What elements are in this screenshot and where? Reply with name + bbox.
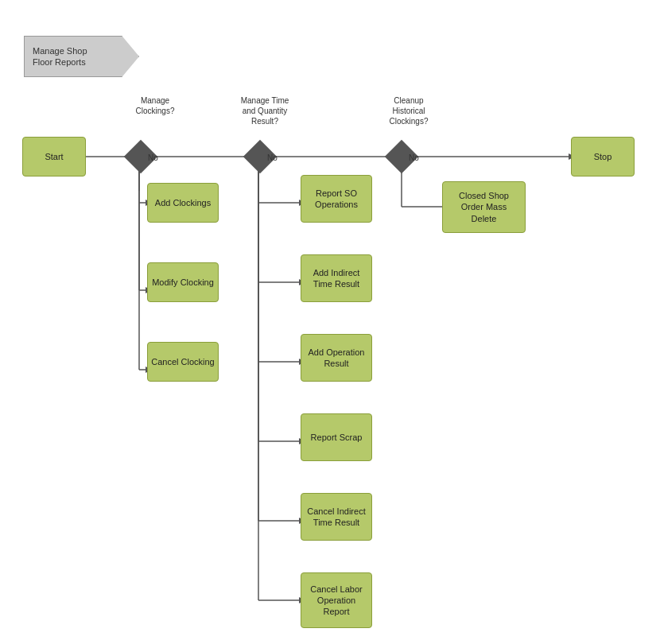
diamond3-no-label: No bbox=[409, 153, 419, 162]
header-label: Manage Shop Floor Reports bbox=[33, 45, 87, 68]
stop-label: Stop bbox=[594, 152, 612, 161]
add-indirect-node[interactable]: Add Indirect Time Result bbox=[301, 254, 372, 302]
report-scrap-label: Report Scrap bbox=[311, 432, 363, 443]
report-so-label: Report SO Operations bbox=[315, 188, 358, 211]
diamond2-no-label: No bbox=[267, 153, 278, 162]
report-so-node[interactable]: Report SO Operations bbox=[301, 175, 372, 223]
report-scrap-node[interactable]: Report Scrap bbox=[301, 413, 372, 461]
diamond2-question: Manage Time and Quantity Result? bbox=[241, 96, 289, 126]
cancel-indirect-label: Cancel Indirect Time Result bbox=[307, 506, 365, 529]
add-indirect-label: Add Indirect Time Result bbox=[313, 267, 360, 290]
start-node: Start bbox=[22, 137, 86, 177]
diamond1-top-label: Manage Clockings? bbox=[123, 95, 187, 116]
add-clockings-label: Add Clockings bbox=[155, 197, 211, 208]
connector-lines bbox=[0, 0, 660, 644]
diamond1-question: Manage Clockings? bbox=[136, 96, 175, 115]
cancel-labor-label: Cancel Labor Operation Report bbox=[310, 584, 362, 618]
diamond3-top-label: Cleanup Historical Clockings? bbox=[377, 95, 441, 126]
add-operation-node[interactable]: Add Operation Result bbox=[301, 334, 372, 382]
modify-clocking-node[interactable]: Modify Clocking bbox=[147, 262, 219, 302]
add-clockings-node[interactable]: Add Clockings bbox=[147, 183, 219, 223]
cancel-clocking-node[interactable]: Cancel Clocking bbox=[147, 342, 219, 382]
flowchart-diagram: Manage Shop Floor Reports Start Stop Man… bbox=[0, 0, 660, 644]
diamond2-top-label: Manage Time and Quantity Result? bbox=[237, 95, 293, 126]
header-shape: Manage Shop Floor Reports bbox=[24, 36, 139, 77]
cancel-indirect-node[interactable]: Cancel Indirect Time Result bbox=[301, 493, 372, 541]
diamond3-question: Cleanup Historical Clockings? bbox=[390, 96, 429, 126]
closed-shop-node[interactable]: Closed Shop Order Mass Delete bbox=[442, 181, 526, 233]
start-label: Start bbox=[45, 152, 63, 161]
cancel-clocking-label: Cancel Clocking bbox=[151, 356, 214, 367]
closed-shop-label: Closed Shop Order Mass Delete bbox=[459, 190, 509, 224]
cancel-labor-node[interactable]: Cancel Labor Operation Report bbox=[301, 572, 372, 628]
add-operation-label: Add Operation Result bbox=[309, 347, 365, 370]
diamond1-no-label: No bbox=[148, 153, 158, 162]
modify-clocking-label: Modify Clocking bbox=[152, 277, 214, 288]
stop-node: Stop bbox=[571, 137, 635, 177]
